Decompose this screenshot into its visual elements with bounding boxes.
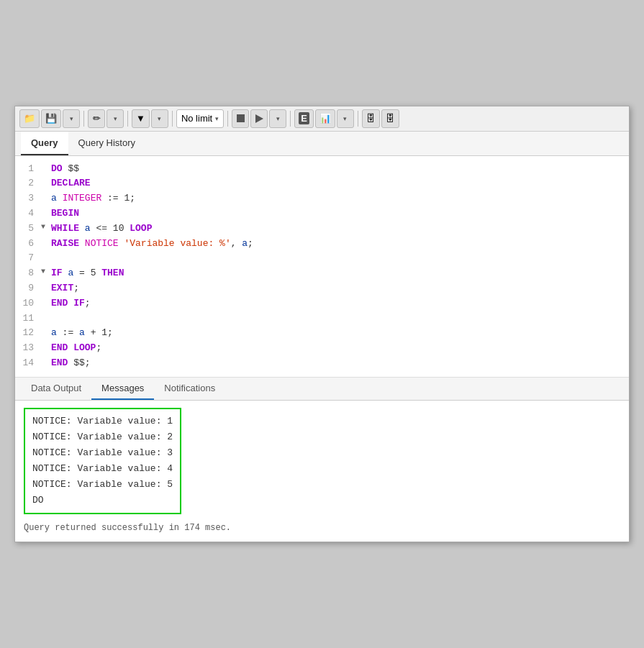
fold-arrow[interactable]: ▼ [41, 222, 51, 233]
message-line: NOTICE: Variable value: 3 [32, 445, 173, 461]
chevron-down-icon-5: ▾ [276, 115, 280, 122]
code-line: 13 END LOOP; [15, 341, 629, 356]
code-line: 9 EXIT; [15, 281, 629, 296]
message-line: NOTICE: Variable value: 4 [32, 461, 173, 477]
chart-dropdown-button[interactable]: ▾ [337, 109, 354, 128]
line-number: 10 [18, 296, 41, 311]
code-content: END LOOP; [51, 341, 626, 356]
messages-output-box: NOTICE: Variable value: 1NOTICE: Variabl… [24, 408, 181, 515]
line-number: 12 [18, 326, 41, 341]
code-line: 2DECLARE [15, 176, 629, 191]
stack2-icon: 🗄 [386, 113, 395, 124]
message-line: NOTICE: Variable value: 5 [32, 477, 173, 493]
tab-data-output[interactable]: Data Output [21, 378, 91, 400]
toolbar: 📁 💾 ▾ ✏ ▾ ▼ ▾ No limit ▾ [15, 106, 629, 132]
save-icon: 💾 [45, 113, 57, 124]
pen-button[interactable]: ✏ [88, 109, 105, 128]
pen-icon: ✏ [93, 113, 101, 124]
toolbar-separator-4 [227, 111, 228, 127]
chart-icon: 📊 [319, 113, 331, 124]
status-line: Query returned successfully in 174 msec. [24, 521, 620, 534]
stop-icon [237, 114, 245, 122]
limit-value: No limit [181, 113, 212, 124]
code-line: 7 [15, 251, 629, 266]
save-button[interactable]: 💾 [41, 109, 61, 128]
filter-icon: ▼ [136, 113, 145, 124]
chevron-down-icon-4: ▾ [215, 115, 219, 122]
code-line: 11 [15, 311, 629, 327]
run-button[interactable] [250, 109, 268, 128]
toolbar-separator-1 [83, 111, 84, 127]
toolbar-separator-6 [358, 111, 358, 127]
code-content: EXIT; [51, 281, 626, 296]
stack1-icon: 🗄 [366, 113, 376, 124]
toolbar-separator-5 [290, 111, 291, 127]
fold-arrow[interactable]: ▼ [41, 266, 51, 278]
code-line: 10 END IF; [15, 296, 629, 311]
line-number: 7 [18, 251, 41, 266]
tab-query-history[interactable]: Query History [68, 132, 145, 155]
line-number: 5 [18, 222, 41, 237]
message-line: NOTICE: Variable value: 2 [32, 429, 173, 445]
line-number: 13 [18, 341, 41, 356]
line-number: 3 [18, 191, 41, 206]
filter-dropdown-button[interactable]: ▾ [151, 109, 168, 128]
chevron-down-icon-3: ▾ [158, 115, 161, 122]
toolbar-separator-3 [172, 111, 173, 127]
code-content: BEGIN [51, 206, 626, 222]
chart-button[interactable]: 📊 [315, 109, 335, 128]
message-line: DO [32, 493, 173, 508]
tab-messages[interactable]: Messages [91, 378, 154, 400]
line-number: 14 [18, 356, 41, 371]
code-line: 14END $$; [15, 356, 629, 371]
message-line: NOTICE: Variable value: 1 [32, 414, 173, 429]
run-dropdown-button[interactable]: ▾ [269, 109, 286, 128]
stack2-button[interactable]: 🗄 [381, 109, 399, 128]
line-number: 8 [18, 266, 41, 281]
line-number: 9 [18, 281, 41, 296]
chevron-down-icon-6: ▾ [343, 115, 347, 122]
code-content: a INTEGER := 1; [51, 191, 626, 206]
stop-button[interactable] [232, 109, 249, 128]
code-editor[interactable]: 1DO $$2DECLARE3 a INTEGER := 1;4BEGIN5▼ … [15, 156, 629, 377]
bottom-tab-bar: Data Output Messages Notifications [15, 377, 629, 401]
save-dropdown-button[interactable]: ▾ [63, 109, 80, 128]
toolbar-separator-2 [127, 111, 128, 127]
main-window: 📁 💾 ▾ ✏ ▾ ▼ ▾ No limit ▾ [14, 106, 630, 543]
line-number: 6 [18, 237, 41, 252]
code-content: a := a + 1; [51, 326, 626, 341]
stack1-button[interactable]: 🗄 [362, 109, 380, 128]
pen-dropdown-button[interactable]: ▾ [106, 109, 124, 128]
code-line: 5▼ WHILE a <= 10 LOOP [15, 222, 629, 237]
code-line: 6 RAISE NOTICE 'Variable value: %', a; [15, 237, 629, 252]
code-content: DECLARE [51, 176, 626, 191]
top-tab-bar: Query Query History [15, 132, 629, 156]
filter-button[interactable]: ▼ [132, 109, 150, 128]
messages-area: NOTICE: Variable value: 1NOTICE: Variabl… [15, 401, 629, 542]
limit-dropdown[interactable]: No limit ▾ [176, 109, 224, 128]
code-line: 8▼ IF a = 5 THEN [15, 266, 629, 281]
code-line: 12 a := a + 1; [15, 326, 629, 341]
play-icon [255, 114, 263, 123]
line-number: 4 [18, 206, 41, 222]
code-line: 3 a INTEGER := 1; [15, 191, 629, 206]
folder-icon: 📁 [24, 113, 35, 124]
code-content: END IF; [51, 296, 626, 311]
tab-notifications[interactable]: Notifications [154, 378, 225, 400]
code-line: 4BEGIN [15, 206, 629, 222]
explain-icon: E [299, 112, 309, 124]
code-content: IF a = 5 THEN [51, 266, 626, 281]
line-number: 1 [18, 162, 41, 177]
chevron-down-icon: ▾ [70, 115, 73, 122]
explain-button[interactable]: E [294, 109, 314, 128]
open-folder-button[interactable]: 📁 [19, 109, 40, 128]
line-number: 11 [18, 311, 41, 327]
line-number: 2 [18, 176, 41, 191]
code-content: WHILE a <= 10 LOOP [51, 222, 626, 237]
code-line: 1DO $$ [15, 162, 629, 177]
tab-query[interactable]: Query [21, 132, 68, 155]
code-content: END $$; [51, 356, 626, 371]
code-content: RAISE NOTICE 'Variable value: %', a; [51, 237, 626, 252]
chevron-down-icon-2: ▾ [114, 115, 117, 122]
code-content: DO $$ [51, 162, 626, 177]
